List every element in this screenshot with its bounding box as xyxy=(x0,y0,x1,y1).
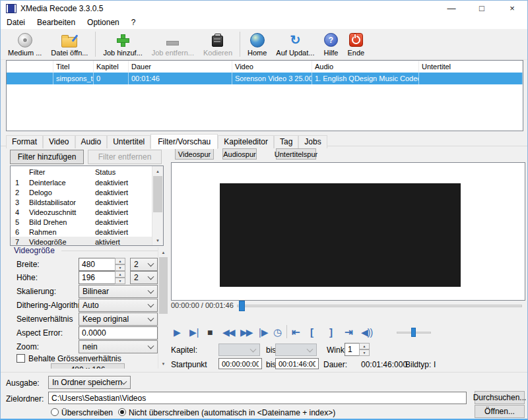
play-button[interactable]: ▶ xyxy=(174,326,181,338)
breite-input[interactable] xyxy=(79,258,116,271)
stop-button[interactable]: ■ xyxy=(207,326,213,338)
add-filter-button[interactable]: Filter hinzufügen xyxy=(10,150,84,164)
end-time-input[interactable] xyxy=(275,358,319,369)
winkel-stepper[interactable]: ▲ ▼ xyxy=(359,343,370,356)
list-item[interactable]: 4 Videozuschnitt deaktiviert xyxy=(11,207,163,217)
tab-audio[interactable]: Audio xyxy=(75,135,108,148)
step-up-icon[interactable]: ▲ xyxy=(115,258,125,264)
browse-button[interactable]: Durchsuchen... xyxy=(475,391,525,404)
list-item[interactable]: 5 Bild Drehen deaktiviert xyxy=(11,217,163,227)
ausgabe-dropdown[interactable]: In Ordner speichern xyxy=(48,376,131,389)
tab-video[interactable]: Video xyxy=(43,135,75,148)
settings-scrollbar[interactable]: ▲ ▼ xyxy=(158,247,168,369)
step-down-icon[interactable]: ▼ xyxy=(115,264,125,271)
set-end-mark-button[interactable]: ] xyxy=(329,326,333,338)
skalierung-dropdown[interactable]: Bilinear xyxy=(79,285,158,298)
menu-optionen[interactable]: Optionen xyxy=(81,16,125,28)
breite-stepper[interactable]: ▲ ▼ xyxy=(115,258,125,271)
list-item[interactable]: 1 Deinterlace deaktiviert xyxy=(11,177,163,187)
seitenverhaeltnis-dropdown[interactable]: Keep original xyxy=(79,313,158,326)
step-down-icon[interactable]: ▼ xyxy=(359,349,370,356)
menu-bearbeiten[interactable]: Bearbeiten xyxy=(31,16,81,28)
filter-list-scrollbar[interactable]: ▲ ▼ xyxy=(152,166,163,245)
col-audio[interactable]: Audio xyxy=(312,61,419,73)
no-overwrite-radio[interactable] xyxy=(118,408,126,416)
winkel-input[interactable] xyxy=(345,343,360,356)
tab-filter-vorschau[interactable]: Filter/Vorschau xyxy=(150,134,218,149)
set-start-mark-button[interactable]: [ xyxy=(310,326,314,338)
col-icon[interactable] xyxy=(7,61,53,73)
goto-end-mark-button[interactable]: ⇥ xyxy=(345,326,353,338)
open-medium-button[interactable]: Medium ... xyxy=(3,30,46,58)
scrollbar-up-icon[interactable]: ▲ xyxy=(158,247,168,257)
menu-hilfe[interactable]: ? xyxy=(125,16,142,28)
hoehe-input[interactable] xyxy=(79,271,116,284)
col-untertitel[interactable]: Untertitel xyxy=(419,61,523,73)
seek-slider-thumb[interactable] xyxy=(239,301,245,311)
volume-icon[interactable]: ◀)) xyxy=(361,326,372,338)
dithering-dropdown[interactable]: Auto xyxy=(79,299,158,312)
col-kapitel[interactable]: Kapitel xyxy=(94,61,129,73)
exit-button[interactable]: Ende xyxy=(343,30,369,58)
size-button[interactable]: 480 x 196 xyxy=(51,363,125,369)
rewind-button[interactable]: ◀◀ xyxy=(222,326,234,338)
step-forward-button[interactable]: |▶ xyxy=(259,326,268,338)
video-track-button[interactable]: Videospur xyxy=(175,148,214,160)
remove-filter-button[interactable]: Filter entfernen xyxy=(88,150,162,164)
goto-start-mark-button[interactable]: ⇤ xyxy=(292,326,300,338)
open-file-button[interactable]: Datei öffn... xyxy=(46,30,92,58)
kapitel-from-dropdown[interactable] xyxy=(218,344,260,356)
list-item[interactable]: 3 Bildstabilisator deaktiviert xyxy=(11,197,163,207)
next-frame-button[interactable]: ▶| xyxy=(189,326,199,338)
home-button[interactable]: Home xyxy=(243,30,271,58)
scrollbar-thumb[interactable] xyxy=(153,176,162,212)
zielordner-input[interactable] xyxy=(48,392,467,404)
check-update-button[interactable]: ↻ Auf Updat... xyxy=(271,30,319,58)
tab-kapiteleditor[interactable]: Kapiteleditor xyxy=(218,135,274,148)
breite-unit-dropdown[interactable]: 2 xyxy=(130,258,158,271)
open-folder-button[interactable]: Öffnen... xyxy=(475,405,525,418)
scrollbar-down-icon[interactable]: ▼ xyxy=(158,359,168,369)
scrollbar-thumb[interactable] xyxy=(159,257,168,314)
tab-tag[interactable]: Tag xyxy=(274,135,298,148)
audio-track-button[interactable]: Audiospur xyxy=(222,148,257,160)
clock-icon[interactable]: ◷ xyxy=(273,326,282,338)
menu-datei[interactable]: Datei xyxy=(1,16,31,28)
remove-job-button[interactable]: Job entfern... xyxy=(147,30,199,58)
close-button[interactable]: × xyxy=(497,1,527,16)
zoom-dropdown[interactable]: nein xyxy=(79,340,158,353)
tab-jobs[interactable]: Jobs xyxy=(298,135,327,148)
subtitle-track-button[interactable]: Untertitelspur xyxy=(276,148,316,160)
table-row[interactable]: simpsons_t... 0 00:01:46 Sorenson Video … xyxy=(7,73,523,84)
step-up-icon[interactable]: ▲ xyxy=(115,271,125,278)
keep-ratio-checkbox[interactable] xyxy=(16,354,25,363)
tab-untertitel[interactable]: Untertitel xyxy=(107,135,150,148)
start-time-input[interactable] xyxy=(218,358,262,369)
step-down-icon[interactable]: ▼ xyxy=(115,278,125,284)
list-item[interactable]: 2 Delogo deaktiviert xyxy=(11,187,163,197)
hoehe-stepper[interactable]: ▲ ▼ xyxy=(115,271,125,284)
list-item-active[interactable]: 7 Videogröße aktiviert xyxy=(11,237,163,246)
col-titel[interactable]: Titel xyxy=(53,61,94,73)
step-up-icon[interactable]: ▲ xyxy=(359,343,370,349)
tab-format[interactable]: Format xyxy=(6,135,43,148)
col-video[interactable]: Video xyxy=(232,61,312,73)
encode-button[interactable]: Kodieren xyxy=(199,30,237,58)
kapitel-to-dropdown[interactable] xyxy=(275,344,317,356)
list-item[interactable]: 6 Rahmen deaktiviert xyxy=(11,227,163,237)
filter-settings-panel: Videogröße Breite: ▲ ▼ 2 Höhe: ▲ ▼ 2 Ska… xyxy=(10,246,159,369)
aspect-error-input[interactable] xyxy=(79,326,158,340)
minimize-button[interactable]: — xyxy=(436,1,467,16)
help-button[interactable]: ? Hilfe xyxy=(319,30,343,58)
overwrite-radio[interactable] xyxy=(51,408,59,416)
volume-slider-thumb[interactable] xyxy=(411,328,416,337)
seek-slider[interactable] xyxy=(237,305,522,307)
maximize-button[interactable]: □ xyxy=(467,1,497,16)
add-job-button[interactable]: Job hinzuf... xyxy=(98,30,147,58)
filter-col-header[interactable]: Filter xyxy=(29,168,95,176)
scrollbar-down-icon[interactable]: ▼ xyxy=(152,235,163,245)
hoehe-unit-dropdown[interactable]: 2 xyxy=(130,271,158,284)
col-dauer[interactable]: Dauer xyxy=(129,61,232,73)
fast-forward-button[interactable]: ▶▶ xyxy=(240,326,252,338)
scrollbar-up-icon[interactable]: ▲ xyxy=(152,166,163,176)
